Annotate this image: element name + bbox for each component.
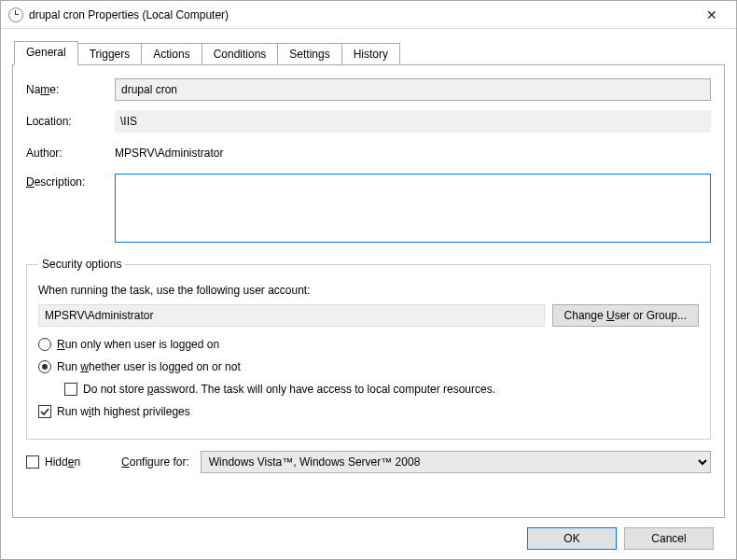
- checkbox-label: Hidden: [45, 455, 80, 469]
- dialog-button-row: OK Cancel: [12, 518, 725, 550]
- close-button[interactable]: ✕: [693, 2, 730, 28]
- radio-label: Run only when user is logged on: [57, 338, 219, 351]
- clock-icon: [8, 7, 23, 22]
- tab-conditions[interactable]: Conditions: [202, 43, 279, 65]
- ok-button[interactable]: OK: [527, 527, 617, 550]
- change-user-button[interactable]: Change User or Group...: [552, 304, 699, 327]
- radio-icon: [38, 338, 51, 351]
- location-label: Location:: [26, 115, 115, 128]
- tab-triggers[interactable]: Triggers: [77, 43, 143, 65]
- description-label: Description:: [26, 174, 115, 189]
- checkbox-label: Do not store password. The task will onl…: [83, 383, 495, 396]
- row-author: Author:: [26, 142, 711, 164]
- checkbox-no-store-password[interactable]: Do not store password. The task will onl…: [64, 383, 699, 396]
- row-location: Location:: [26, 110, 711, 133]
- configure-for-label: Configure for:: [121, 455, 189, 469]
- author-value: [115, 142, 711, 164]
- author-label: Author:: [26, 147, 115, 160]
- tab-panel-general: Name: Location: Author: Description: Sec…: [12, 64, 725, 518]
- row-account: Change User or Group...: [38, 304, 699, 327]
- checkbox-label: Run with highest privileges: [57, 405, 190, 418]
- configure-for-select[interactable]: Windows Vista™, Windows Server™ 2008: [201, 451, 711, 473]
- checkbox-hidden[interactable]: Hidden: [26, 455, 80, 469]
- tab-strip: General Triggers Actions Conditions Sett…: [12, 40, 725, 64]
- radio-run-logged-on[interactable]: Run only when user is logged on: [38, 338, 699, 351]
- security-legend: Security options: [38, 258, 125, 271]
- row-description: Description:: [26, 174, 711, 243]
- radio-icon: [38, 360, 51, 373]
- name-label: Name:: [26, 83, 115, 96]
- window-title: drupal cron Properties (Local Computer): [29, 8, 693, 21]
- tab-actions[interactable]: Actions: [141, 43, 202, 65]
- security-options-group: Security options When running the task, …: [26, 258, 711, 440]
- dialog-body: General Triggers Actions Conditions Sett…: [1, 29, 736, 559]
- dialog-window: drupal cron Properties (Local Computer) …: [0, 0, 737, 560]
- tab-history[interactable]: History: [341, 43, 400, 65]
- name-input[interactable]: [115, 78, 711, 101]
- security-intro: When running the task, use the following…: [38, 284, 699, 297]
- checkbox-icon: [26, 455, 39, 469]
- titlebar: drupal cron Properties (Local Computer) …: [1, 1, 736, 29]
- radio-run-whether[interactable]: Run whether user is logged on or not: [38, 360, 699, 373]
- location-value: [115, 110, 711, 133]
- row-bottom: Hidden Configure for: Windows Vista™, Wi…: [26, 451, 711, 473]
- radio-label: Run whether user is logged on or not: [57, 360, 241, 373]
- account-display: [38, 304, 545, 327]
- checkbox-highest-privileges[interactable]: Run with highest privileges: [38, 405, 699, 418]
- tab-general[interactable]: General: [14, 41, 78, 65]
- row-name: Name:: [26, 78, 711, 101]
- checkbox-icon: [64, 383, 77, 396]
- checkbox-icon: [38, 405, 51, 418]
- cancel-button[interactable]: Cancel: [624, 527, 714, 550]
- description-input[interactable]: [115, 174, 711, 243]
- tab-settings[interactable]: Settings: [277, 43, 341, 65]
